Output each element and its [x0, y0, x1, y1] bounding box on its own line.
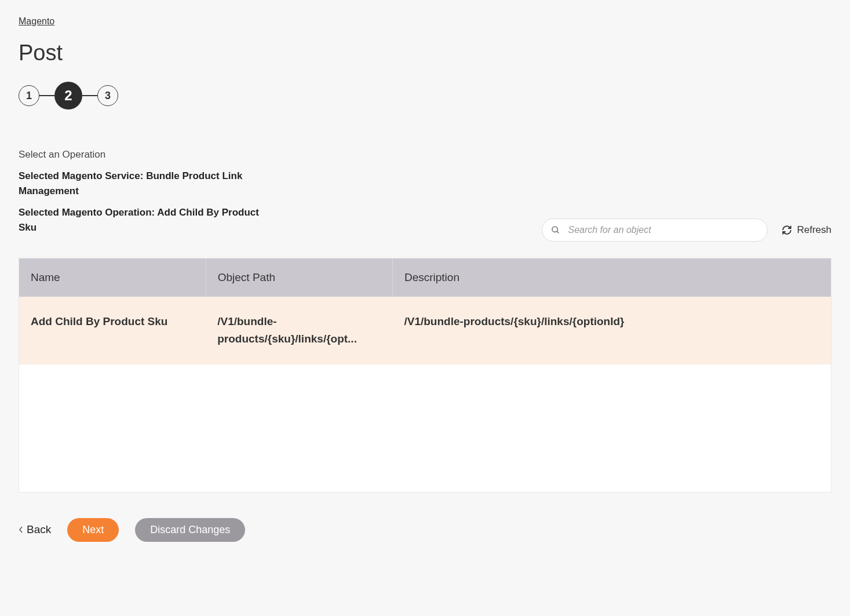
table-empty-space: [19, 365, 831, 492]
selected-operation: Selected Magento Operation: Add Child By…: [19, 205, 268, 235]
stepper: 1 2 3: [19, 82, 831, 110]
footer-actions: Back Next Discard Changes: [19, 518, 831, 542]
step-2[interactable]: 2: [54, 82, 82, 110]
column-header-description[interactable]: Description: [392, 258, 831, 297]
refresh-icon: [782, 225, 792, 235]
discard-button[interactable]: Discard Changes: [135, 518, 245, 542]
step-3[interactable]: 3: [97, 85, 118, 106]
section-label: Select an Operation: [19, 149, 831, 161]
refresh-label: Refresh: [797, 224, 831, 236]
step-connector: [82, 95, 97, 96]
chevron-left-icon: [19, 526, 23, 533]
svg-point-0: [552, 227, 557, 232]
breadcrumb[interactable]: Magento: [19, 16, 54, 27]
cell-description: /V1/bundle-products/{sku}/links/{optionI…: [392, 297, 831, 365]
column-header-object-path[interactable]: Object Path: [206, 258, 392, 297]
search-box: [542, 218, 768, 242]
cell-name: Add Child By Product Sku: [19, 297, 206, 365]
operations-table: Name Object Path Description Add Child B…: [19, 258, 831, 493]
page-title: Post: [19, 41, 831, 65]
selected-service: Selected Magento Service: Bundle Product…: [19, 169, 268, 198]
refresh-button[interactable]: Refresh: [782, 224, 831, 236]
table-row[interactable]: Add Child By Product Sku /V1/bundle-prod…: [19, 297, 831, 365]
search-input[interactable]: [542, 218, 768, 242]
next-button[interactable]: Next: [67, 518, 119, 542]
back-label: Back: [27, 523, 51, 536]
column-header-name[interactable]: Name: [19, 258, 206, 297]
step-connector: [39, 95, 54, 96]
step-1[interactable]: 1: [19, 85, 39, 106]
svg-line-1: [557, 231, 559, 233]
back-button[interactable]: Back: [19, 523, 51, 536]
cell-object-path: /V1/bundle-products/{sku}/links/{opt...: [206, 297, 392, 365]
search-icon: [551, 225, 560, 235]
selection-info: Selected Magento Service: Bundle Product…: [19, 169, 542, 242]
